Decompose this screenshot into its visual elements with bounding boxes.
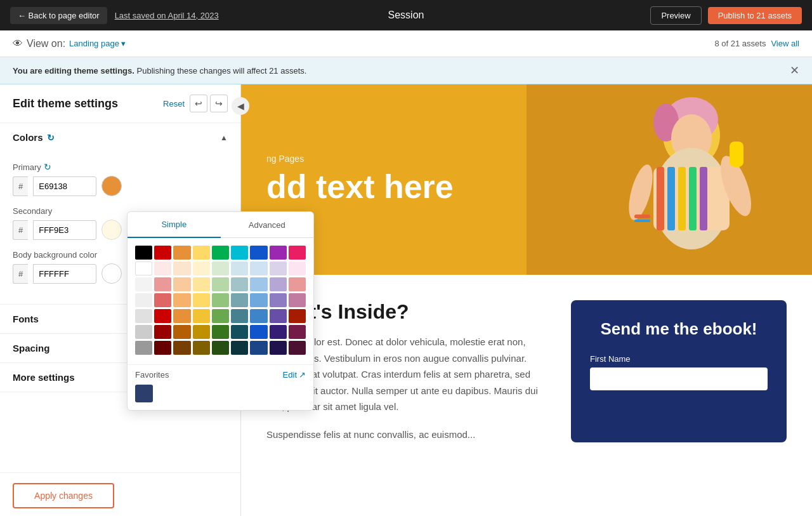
- top-bar: ← Back to page editor Last saved on Apri…: [0, 0, 812, 30]
- color-cell[interactable]: [154, 277, 171, 291]
- color-cell[interactable]: [212, 293, 229, 307]
- undo-button[interactable]: ↩: [190, 95, 207, 112]
- form-card-title: Send me the ebook!: [590, 319, 768, 339]
- color-cell[interactable]: [154, 246, 171, 260]
- color-cell[interactable]: [193, 261, 210, 275]
- color-cell[interactable]: [289, 261, 306, 275]
- colors-section-header[interactable]: Colors ↻ ▲: [0, 123, 240, 152]
- favorite-color-swatch[interactable]: [135, 385, 153, 402]
- color-cell[interactable]: [289, 341, 306, 355]
- color-cell[interactable]: [250, 309, 267, 323]
- color-cell[interactable]: [289, 293, 306, 307]
- color-cell[interactable]: [250, 277, 267, 291]
- notification-close-button[interactable]: ✕: [790, 63, 799, 77]
- color-cell[interactable]: [212, 246, 229, 260]
- color-cell[interactable]: [250, 261, 267, 275]
- body-bg-color-swatch[interactable]: [102, 263, 122, 284]
- color-cell[interactable]: [289, 277, 306, 291]
- last-saved-link[interactable]: Last saved on April 14, 2023: [115, 11, 219, 20]
- color-cell[interactable]: [231, 309, 248, 323]
- picker-tab-simple[interactable]: Simple: [128, 212, 221, 238]
- color-cell[interactable]: [270, 341, 287, 355]
- color-cell[interactable]: [212, 341, 229, 355]
- color-cell[interactable]: [270, 309, 287, 323]
- apply-changes-button[interactable]: Apply changes: [13, 483, 114, 508]
- color-cell[interactable]: [154, 293, 171, 307]
- color-cell[interactable]: [193, 325, 210, 339]
- color-cell[interactable]: [270, 325, 287, 339]
- color-cell[interactable]: [250, 341, 267, 355]
- edit-favorites-link[interactable]: Edit ↗: [283, 370, 306, 380]
- color-cell[interactable]: [231, 293, 248, 307]
- color-cell[interactable]: [250, 325, 267, 339]
- color-cell[interactable]: [135, 293, 152, 307]
- color-cell[interactable]: [173, 309, 190, 323]
- color-cell[interactable]: [135, 325, 152, 339]
- color-row-4: [135, 293, 306, 307]
- primary-refresh-icon[interactable]: ↻: [44, 162, 51, 172]
- chevron-down-icon: ▾: [121, 39, 126, 48]
- colors-refresh-icon[interactable]: ↻: [47, 133, 55, 143]
- primary-color-input[interactable]: [33, 176, 96, 196]
- page-title: Session: [388, 10, 424, 21]
- color-cell[interactable]: [173, 261, 190, 275]
- color-cell[interactable]: [231, 325, 248, 339]
- color-cell[interactable]: [173, 325, 190, 339]
- color-cell[interactable]: [212, 325, 229, 339]
- color-cell[interactable]: [173, 341, 190, 355]
- reset-button[interactable]: Reset: [163, 99, 185, 109]
- color-cell[interactable]: [231, 277, 248, 291]
- body-bg-color-input[interactable]: [33, 264, 96, 284]
- more-settings-section-title: More settings: [13, 372, 75, 383]
- color-cell[interactable]: [212, 277, 229, 291]
- color-cell[interactable]: [193, 277, 210, 291]
- color-cell[interactable]: [173, 246, 190, 260]
- color-cell[interactable]: [193, 341, 210, 355]
- color-cell[interactable]: [231, 246, 248, 260]
- color-cell[interactable]: [193, 309, 210, 323]
- color-cell[interactable]: [193, 246, 210, 260]
- color-cell[interactable]: [154, 325, 171, 339]
- primary-color-swatch[interactable]: [102, 176, 122, 196]
- color-cell[interactable]: [212, 261, 229, 275]
- color-cell[interactable]: [135, 309, 152, 323]
- primary-color-input-row: #: [13, 176, 228, 196]
- preview-button[interactable]: Preview: [650, 6, 701, 25]
- back-to-editor-button[interactable]: ← Back to page editor: [10, 7, 107, 24]
- color-cell[interactable]: [250, 246, 267, 260]
- secondary-color-input[interactable]: [33, 220, 96, 240]
- landing-page-button[interactable]: Landing page ▾: [69, 39, 126, 48]
- color-cell[interactable]: [270, 293, 287, 307]
- color-cell[interactable]: [154, 261, 171, 275]
- publish-button[interactable]: Publish to 21 assets: [708, 7, 802, 24]
- color-cell[interactable]: [154, 309, 171, 323]
- assets-info: 8 of 21 assets View all: [714, 39, 799, 48]
- apply-changes-area: Apply changes: [0, 472, 240, 516]
- color-cell[interactable]: [193, 293, 210, 307]
- color-cell[interactable]: [135, 261, 152, 275]
- color-cell[interactable]: [231, 261, 248, 275]
- primary-hash: #: [13, 176, 28, 196]
- redo-button[interactable]: ↪: [210, 95, 228, 112]
- secondary-color-swatch[interactable]: [102, 220, 122, 240]
- view-all-link[interactable]: View all: [771, 39, 799, 48]
- color-cell[interactable]: [270, 277, 287, 291]
- color-cell[interactable]: [250, 293, 267, 307]
- color-cell[interactable]: [289, 325, 306, 339]
- color-cell[interactable]: [231, 341, 248, 355]
- picker-tabs: Simple Advanced: [128, 212, 313, 238]
- color-cell[interactable]: [135, 277, 152, 291]
- color-cell[interactable]: [289, 246, 306, 260]
- color-cell[interactable]: [270, 246, 287, 260]
- color-cell[interactable]: [289, 309, 306, 323]
- color-cell[interactable]: [135, 341, 152, 355]
- first-name-input[interactable]: [590, 367, 768, 390]
- collapse-panel-button[interactable]: ◀: [232, 97, 249, 115]
- color-cell[interactable]: [173, 277, 190, 291]
- color-cell[interactable]: [173, 293, 190, 307]
- color-cell[interactable]: [270, 261, 287, 275]
- color-cell[interactable]: [212, 309, 229, 323]
- picker-tab-advanced[interactable]: Advanced: [221, 212, 314, 237]
- color-cell[interactable]: [154, 341, 171, 355]
- color-cell[interactable]: [135, 246, 152, 260]
